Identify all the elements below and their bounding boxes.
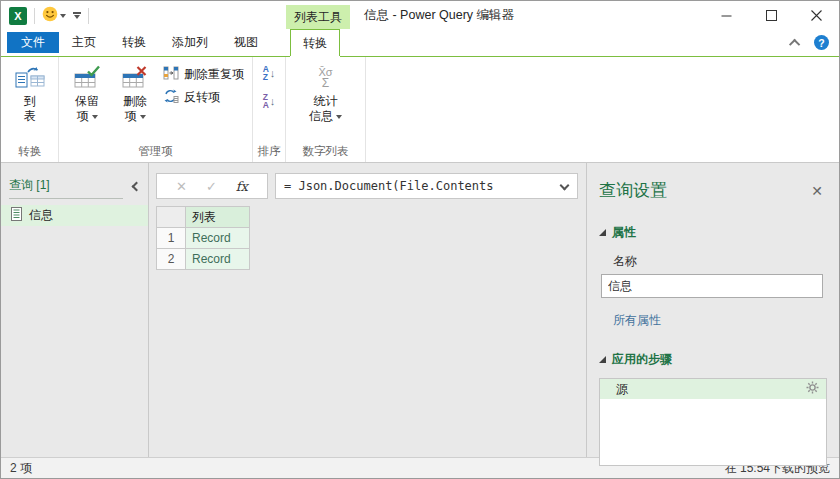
ribbon-group-convert: 到 表 转换 [2, 57, 59, 162]
keep-items-button[interactable]: 保留 项 [63, 61, 111, 124]
formula-input-wrap [275, 173, 578, 199]
contextual-tool-header: 列表工具 [286, 5, 350, 29]
expander-icon [599, 356, 606, 363]
tab-add-column[interactable]: 添加列 [159, 29, 221, 56]
row-number[interactable]: 1 [157, 228, 186, 249]
query-settings-panel: 查询设置 ✕ 属性 名称 所有属性 应用的步骤 源 [587, 163, 839, 457]
send-smile-button[interactable] [42, 6, 66, 25]
collapse-ribbon-button[interactable] [792, 39, 800, 47]
query-list-item[interactable]: 信息 [1, 205, 148, 226]
to-table-button[interactable]: 到 表 [6, 61, 54, 124]
separator [88, 8, 89, 24]
step-source-label: 源 [616, 381, 628, 398]
minimize-icon [721, 10, 732, 21]
sort-ascending-button[interactable]: AZ ↓ [257, 61, 281, 85]
tab-home[interactable]: 主页 [59, 29, 109, 56]
window-controls [704, 1, 839, 29]
table-row: 2 Record [157, 249, 250, 270]
query-name-input[interactable] [601, 274, 823, 298]
item-count-label: 2 项 [10, 460, 32, 477]
customize-qat-button[interactable] [73, 12, 81, 19]
reverse-items-icon [163, 88, 179, 107]
row-number[interactable]: 2 [157, 249, 186, 270]
minimize-button[interactable] [704, 1, 749, 29]
cancel-formula-button[interactable]: ✕ [176, 179, 187, 194]
remove-items-button[interactable]: 删除 项 [111, 61, 159, 124]
accept-formula-button[interactable]: ✓ [206, 179, 217, 194]
statistics-icon: X̄σ Σ [318, 62, 332, 94]
maximize-button[interactable] [749, 1, 794, 29]
close-settings-button[interactable]: ✕ [807, 181, 827, 201]
applied-steps-list: 源 [599, 378, 827, 466]
close-icon [811, 10, 822, 21]
properties-section-label: 属性 [612, 224, 636, 241]
group-label-manage-items: 管理项 [59, 142, 252, 162]
chevron-left-icon [132, 181, 142, 191]
power-query-window: X 列表工具 信息 - Power Query 编辑器 [0, 0, 840, 479]
tab-file[interactable]: 文件 [7, 32, 59, 53]
keep-items-icon [74, 62, 101, 94]
queries-pane: 查询 [1] 信息 [1, 163, 149, 457]
all-properties-link[interactable]: 所有属性 [613, 312, 661, 329]
statistics-label-1: 统计 [314, 94, 338, 109]
sort-az-icon: AZ [263, 65, 269, 81]
ribbon-group-sort: AZ ↓ ZA ↓ 排序 [253, 57, 286, 162]
down-arrow-icon: ↓ [270, 68, 276, 79]
gear-icon[interactable] [806, 381, 819, 397]
formula-input[interactable] [275, 173, 578, 199]
group-label-convert: 转换 [2, 142, 58, 162]
collapse-queries-pane-button[interactable] [123, 183, 140, 194]
query-name-label: 信息 [29, 207, 53, 224]
preview-pane: ✕ ✓ fx 列表 1 Record 2 [149, 163, 587, 457]
tab-view[interactable]: 视图 [221, 29, 271, 56]
to-table-label-2: 表 [24, 109, 36, 124]
record-cell[interactable]: Record [186, 249, 250, 270]
remove-items-label-1: 删除 [123, 94, 147, 109]
chevron-down-icon [74, 15, 80, 19]
ribbon-tab-row: 文件 主页 转换 添加列 视图 转换 ? [1, 29, 839, 57]
ribbon-empty-space [366, 57, 839, 162]
reverse-items-label: 反转项 [184, 89, 220, 106]
keep-items-label-1: 保留 [75, 94, 99, 109]
fx-button[interactable]: fx [236, 179, 248, 194]
sort-descending-button[interactable]: ZA ↓ [257, 89, 281, 113]
ribbon: 到 表 转换 保留 项 [1, 57, 839, 163]
remove-items-icon [122, 62, 149, 94]
group-label-sort: 排序 [253, 142, 285, 162]
excel-app-icon[interactable]: X [9, 7, 27, 25]
select-all-corner[interactable] [157, 207, 186, 228]
step-source-item[interactable]: 源 [600, 379, 826, 399]
content-area: 查询 [1] 信息 ✕ ✓ fx [1, 163, 839, 457]
to-table-label-1: 到 [24, 94, 36, 109]
properties-section-header[interactable]: 属性 [599, 224, 827, 241]
tab-transform[interactable]: 转换 [109, 29, 159, 56]
keep-items-label-2: 项 [77, 109, 89, 124]
chevron-down-icon [60, 14, 66, 18]
column-header-list[interactable]: 列表 [186, 207, 250, 228]
queries-pane-header: 查询 [1] [9, 177, 123, 199]
sort-za-icon: ZA [263, 93, 269, 109]
tab-list-tools-transform[interactable]: 转换 [290, 29, 340, 56]
applied-steps-section-header[interactable]: 应用的步骤 [599, 351, 827, 368]
chevron-up-icon [789, 38, 800, 49]
preview-table: 列表 1 Record 2 Record [156, 206, 250, 270]
remove-duplicates-button[interactable]: 删除重复项 [159, 64, 248, 84]
statistics-button[interactable]: X̄σ Σ 统计 信息 [302, 61, 350, 124]
formula-bar: ✕ ✓ fx [156, 173, 578, 199]
ribbon-group-manage-items: 保留 项 删除 项 [59, 57, 253, 162]
to-table-icon [15, 62, 45, 94]
table-row: 1 Record [157, 228, 250, 249]
remove-duplicates-icon [163, 65, 179, 84]
applied-steps-section-label: 应用的步骤 [612, 351, 672, 368]
record-cell[interactable]: Record [186, 228, 250, 249]
close-button[interactable] [794, 1, 839, 29]
query-sheet-icon [11, 207, 22, 224]
help-button[interactable]: ? [814, 35, 829, 50]
reverse-items-button[interactable]: 反转项 [159, 87, 248, 107]
query-settings-title: 查询设置 [599, 179, 667, 202]
remove-duplicates-label: 删除重复项 [184, 66, 244, 83]
chevron-down-icon [92, 115, 98, 119]
ribbon-right-controls: ? [792, 29, 839, 56]
group-label-numeric-list: 数字列表 [286, 142, 365, 162]
statistics-label-2: 信息 [309, 109, 333, 124]
